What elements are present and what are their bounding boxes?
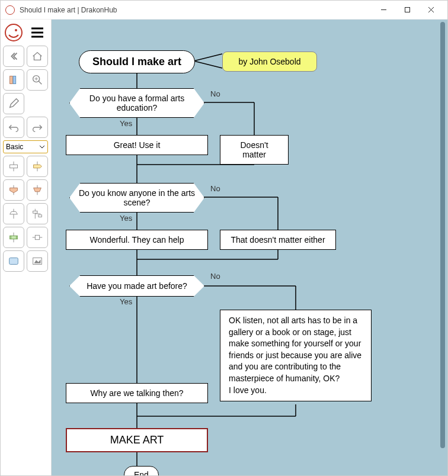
svg-marker-24 <box>10 211 18 214</box>
svg-line-12 <box>39 81 42 85</box>
q3-yes-label: Yes <box>120 297 132 306</box>
zoom-icon[interactable] <box>27 69 48 91</box>
home-button[interactable] <box>27 46 48 67</box>
back-button[interactable] <box>3 46 24 67</box>
shape-question-icon[interactable] <box>27 156 48 177</box>
shape-image-icon[interactable] <box>27 250 48 272</box>
title-text: Should I make art <box>92 56 181 68</box>
svg-rect-16 <box>10 165 18 168</box>
q3-text: Have you made art before? <box>87 281 187 291</box>
svg-marker-22 <box>34 188 41 191</box>
shape-insertion-icon[interactable] <box>3 227 24 248</box>
q1-yes-label: Yes <box>120 119 132 128</box>
select-value: Basic <box>6 143 23 151</box>
answer-2-no[interactable]: That doesn't matter either <box>220 230 336 250</box>
svg-rect-34 <box>35 235 39 239</box>
svg-rect-1 <box>405 8 409 12</box>
question-2[interactable]: Do you know anyone in the arts scene? <box>69 183 204 213</box>
minimize-button[interactable] <box>372 2 395 18</box>
maximize-button[interactable] <box>395 2 419 18</box>
shape-action-icon[interactable] <box>3 156 24 177</box>
titlebar: Should I make art | DrakonHub <box>1 1 447 20</box>
answer-2-yes[interactable]: Wonderful. They can help <box>66 230 208 250</box>
author-node[interactable]: by John Osebold <box>222 52 317 72</box>
question-3[interactable]: Have you made art before? <box>69 275 204 297</box>
svg-point-5 <box>15 29 17 31</box>
answer-1-no[interactable]: Doesn't matter <box>220 135 289 165</box>
shape-shelf-icon[interactable] <box>27 227 48 248</box>
files-icon[interactable] <box>3 69 24 91</box>
svg-rect-35 <box>9 258 18 265</box>
q1-no-label: No <box>210 89 220 98</box>
shape-branch-icon[interactable] <box>27 203 48 224</box>
shape-set-select[interactable]: Basic <box>3 140 48 153</box>
window-title: Should I make art | DrakonHub <box>20 6 372 14</box>
answer-3-yes[interactable]: Why are we talking then? <box>66 383 208 403</box>
svg-point-4 <box>5 24 22 41</box>
app-favicon <box>5 5 15 15</box>
shape-foreach-icon[interactable] <box>3 203 24 224</box>
shape-case-icon[interactable] <box>27 179 48 201</box>
q2-no-label: No <box>210 184 220 193</box>
q3-no-label: No <box>210 272 220 281</box>
q2-text: Do you know anyone in the arts scene? <box>78 188 196 207</box>
svg-marker-18 <box>34 165 42 168</box>
vertical-scrollbar[interactable] <box>440 22 445 448</box>
end-node[interactable]: End <box>124 466 159 475</box>
author-text: by John Osebold <box>238 57 300 66</box>
svg-marker-20 <box>10 188 18 192</box>
svg-rect-10 <box>13 76 16 84</box>
pencil-icon[interactable] <box>3 93 24 114</box>
svg-rect-28 <box>39 215 42 217</box>
svg-rect-27 <box>33 211 37 213</box>
answer-3-no[interactable]: OK listen, not all arts has to be in a g… <box>220 310 372 401</box>
app-logo-icon[interactable] <box>3 22 24 43</box>
diagram-canvas[interactable]: Should I make art by John Osebold Do you… <box>52 20 447 475</box>
shape-comment-icon[interactable] <box>3 250 24 272</box>
answer-1-yes[interactable]: Great! Use it <box>66 135 208 155</box>
q1-text: Do you have a formal arts education? <box>78 94 196 112</box>
sidebar: Basic <box>1 20 52 475</box>
make-art-node[interactable]: MAKE ART <box>66 428 208 452</box>
close-button[interactable] <box>419 2 443 18</box>
q2-yes-label: Yes <box>120 214 132 223</box>
shape-select-icon[interactable] <box>3 179 24 201</box>
redo-button[interactable] <box>27 117 48 138</box>
title-node[interactable]: Should I make art <box>79 50 195 73</box>
menu-button[interactable] <box>27 22 48 43</box>
question-1[interactable]: Do you have a formal arts education? <box>69 88 204 118</box>
undo-button[interactable] <box>3 117 24 138</box>
svg-rect-9 <box>10 76 13 84</box>
